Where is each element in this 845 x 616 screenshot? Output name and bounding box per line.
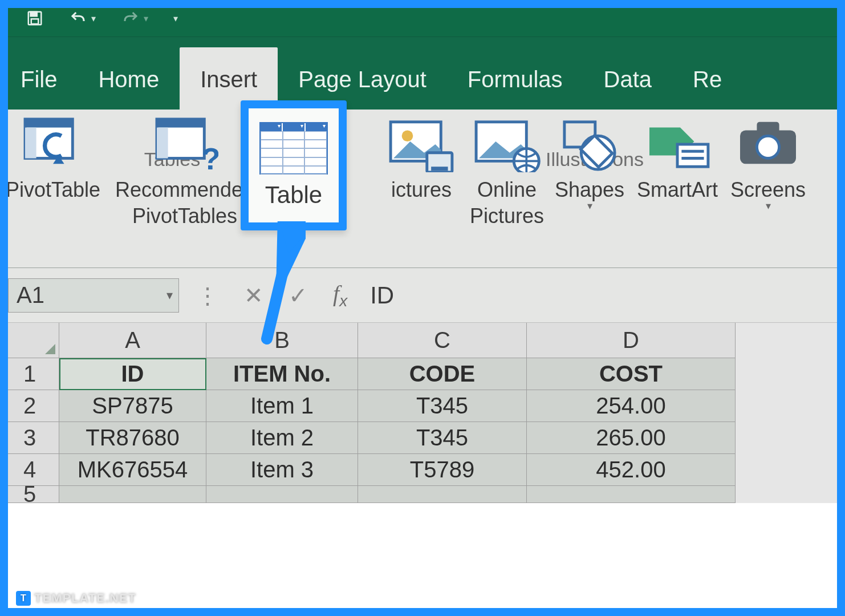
spreadsheet: A B C D 1 ID ITEM No. CODE COST 2 SP7875… xyxy=(0,323,845,503)
online-pictures-icon xyxy=(473,116,541,172)
pivottable-button[interactable]: PivotTable xyxy=(3,113,109,145)
smartart-button[interactable]: SmartArt xyxy=(629,113,725,145)
name-box-value: A1 xyxy=(17,282,44,308)
tab-formulas[interactable]: Formulas xyxy=(447,67,583,110)
pictures-icon xyxy=(388,116,455,172)
watermark-badge-icon: T xyxy=(16,591,31,606)
column-header-B[interactable]: B xyxy=(206,323,358,358)
cell-D3[interactable]: 265.00 xyxy=(527,422,736,454)
table-row: 4 MK676554 Item 3 T5789 452.00 xyxy=(0,454,845,486)
online-pictures-button[interactable]: Online Pictures xyxy=(464,113,550,145)
recommended-pivottables-button[interactable]: ? Recommended PivotTables xyxy=(109,113,261,145)
chevron-down-icon[interactable]: ▾ xyxy=(587,200,592,212)
ribbon: PivotTable ? Recommended PivotTables Tab… xyxy=(0,110,845,268)
tab-file[interactable]: File xyxy=(0,67,78,110)
svg-rect-19 xyxy=(677,144,708,167)
cell-B1[interactable]: ITEM No. xyxy=(206,358,358,390)
cell-C5[interactable] xyxy=(358,486,527,503)
tab-home[interactable]: Home xyxy=(78,67,180,110)
cell-D4[interactable]: 452.00 xyxy=(527,454,736,486)
column-header-D[interactable]: D xyxy=(527,323,736,358)
tab-data[interactable]: Data xyxy=(583,67,673,110)
name-box[interactable]: A1 ▾ xyxy=(8,278,179,313)
table-highlight-label: Table xyxy=(265,181,322,209)
cell-D5[interactable] xyxy=(527,486,736,503)
pictures-label: ictures xyxy=(391,177,452,203)
enter-icon[interactable]: ✓ xyxy=(289,282,308,309)
svg-rect-24 xyxy=(757,122,779,133)
table-button-highlight[interactable]: Table xyxy=(241,100,347,230)
row-header-1[interactable]: 1 xyxy=(0,358,59,390)
column-header-A[interactable]: A xyxy=(59,323,206,358)
recommended-label-1: Recommended xyxy=(115,177,254,203)
formula-bar-icons: ⋮ ✕ ✓ fx xyxy=(196,280,347,310)
customize-qat-icon[interactable]: ▾ xyxy=(173,13,178,24)
svg-rect-1 xyxy=(31,12,37,17)
cell-B5[interactable] xyxy=(206,486,358,503)
row-header-4[interactable]: 4 xyxy=(0,454,59,486)
table-row: 3 TR87680 Item 2 T345 265.00 xyxy=(0,422,845,454)
pictures-button[interactable]: ictures xyxy=(379,113,464,145)
recommended-label-2: PivotTables xyxy=(132,203,237,229)
smartart-label: SmartArt xyxy=(637,177,718,203)
watermark-text: TEMPLATE.NET xyxy=(34,591,136,606)
save-icon[interactable] xyxy=(26,10,43,27)
watermark: T TEMPLATE.NET xyxy=(16,591,136,606)
pivottable-label: PivotTable xyxy=(6,177,100,203)
svg-rect-8 xyxy=(157,128,168,159)
cell-D1[interactable]: COST xyxy=(527,358,736,390)
online-pictures-label-1: Online xyxy=(477,177,537,203)
row-header-5[interactable]: 5 xyxy=(0,486,59,503)
table-icon xyxy=(259,122,328,175)
cell-C2[interactable]: T345 xyxy=(358,390,527,422)
cell-A1[interactable]: ID xyxy=(59,358,206,390)
svg-point-11 xyxy=(402,131,413,142)
cell-A3[interactable]: TR87680 xyxy=(59,422,206,454)
formula-bar-row: A1 ▾ ⋮ ✕ ✓ fx ID xyxy=(0,268,845,323)
cell-A4[interactable]: MK676554 xyxy=(59,454,206,486)
screenshot-button[interactable]: Screens ▾ xyxy=(725,113,811,145)
chevron-down-icon[interactable]: ▾ xyxy=(91,13,96,24)
select-all-corner[interactable] xyxy=(0,323,59,358)
svg-text:?: ? xyxy=(201,141,218,172)
table-row: 1 ID ITEM No. CODE COST xyxy=(0,358,845,390)
shapes-button[interactable]: Shapes ▾ xyxy=(550,113,629,145)
cell-A2[interactable]: SP7875 xyxy=(59,390,206,422)
cell-B4[interactable]: Item 3 xyxy=(206,454,358,486)
svg-rect-13 xyxy=(431,167,448,171)
cell-B3[interactable]: Item 2 xyxy=(206,422,358,454)
tab-review[interactable]: Re xyxy=(672,67,742,110)
chevron-down-icon[interactable]: ▾ xyxy=(144,13,148,24)
row-header-3[interactable]: 3 xyxy=(0,422,59,454)
dots-icon[interactable]: ⋮ xyxy=(196,282,219,309)
cancel-icon[interactable]: ✕ xyxy=(244,282,263,309)
column-header-C[interactable]: C xyxy=(358,323,527,358)
cell-C1[interactable]: CODE xyxy=(358,358,527,390)
cell-D2[interactable]: 254.00 xyxy=(527,390,736,422)
online-pictures-label-2: Pictures xyxy=(470,203,544,229)
ribbon-group-illustrations: ictures Online Pictures Shapes ▾ xyxy=(344,110,845,173)
svg-rect-4 xyxy=(25,119,72,128)
formula-bar-value[interactable]: ID xyxy=(370,282,394,309)
fx-icon[interactable]: fx xyxy=(333,280,347,310)
cell-B2[interactable]: Item 1 xyxy=(206,390,358,422)
shapes-icon xyxy=(556,116,623,172)
ribbon-tabs: File Home Insert Page Layout Formulas Da… xyxy=(0,37,845,110)
svg-point-23 xyxy=(757,136,779,158)
row-header-2[interactable]: 2 xyxy=(0,390,59,422)
undo-icon[interactable]: ▾ xyxy=(68,10,96,27)
cell-A5[interactable] xyxy=(59,486,206,503)
cell-C4[interactable]: T5789 xyxy=(358,454,527,486)
cell-C3[interactable]: T345 xyxy=(358,422,527,454)
svg-rect-2 xyxy=(31,19,39,24)
screenshot-icon xyxy=(734,116,802,172)
chevron-down-icon[interactable]: ▾ xyxy=(166,288,173,303)
column-headers: A B C D xyxy=(0,323,845,358)
quick-access-toolbar: ▾ ▾ ▾ xyxy=(0,0,845,37)
smartart-icon xyxy=(644,116,711,172)
svg-rect-5 xyxy=(25,128,36,159)
chevron-down-icon[interactable]: ▾ xyxy=(766,200,771,212)
redo-icon[interactable]: ▾ xyxy=(121,10,148,27)
recommended-pivottables-icon: ? xyxy=(151,116,218,172)
table-row: 2 SP7875 Item 1 T345 254.00 xyxy=(0,390,845,422)
